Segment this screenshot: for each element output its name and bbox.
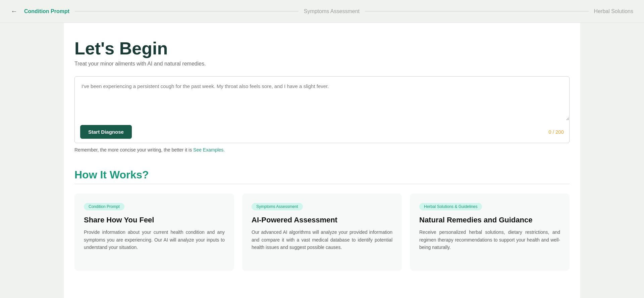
see-examples-link[interactable]: See Examples.: [193, 147, 225, 153]
how-section-divider: [74, 184, 570, 184]
condition-textarea[interactable]: [75, 77, 569, 120]
hint-text-static: Remember, the more concise your writing,…: [74, 147, 192, 153]
nav-label-symptoms-assessment: Symptoms Assessment: [304, 8, 360, 14]
nav-item-herbal-solutions: Herbal Solutions: [594, 8, 633, 14]
card-title-2: Natural Remedies and Guidance: [419, 216, 560, 224]
back-button[interactable]: ←: [11, 7, 17, 15]
how-it-works-title: How It Works?: [74, 169, 570, 181]
card-condition-prompt: Condition Prompt Share How You Feel Prov…: [74, 194, 234, 271]
start-diagnose-button[interactable]: Start Diagnose: [80, 125, 132, 139]
page-subtitle: Treat your minor ailments with AI and na…: [74, 61, 570, 67]
nav-divider-2: [365, 11, 589, 11]
nav-divider-1: [75, 11, 299, 11]
card-badge-2: Herbal Solutions & Guidelines: [419, 203, 482, 210]
main-content: Let's Begin Treat your minor ailments wi…: [64, 23, 580, 298]
card-title-1: AI-Powered Assessment: [252, 216, 392, 224]
card-title-0: Share How You Feel: [84, 216, 225, 224]
card-desc-1: Our advanced AI algorithms will analyze …: [252, 228, 392, 251]
char-counter: 0 / 200: [548, 129, 564, 135]
card-badge-1: Symptoms Assessment: [252, 203, 303, 210]
textarea-footer: Start Diagnose 0 / 200: [75, 122, 569, 143]
nav-label-herbal-solutions: Herbal Solutions: [594, 8, 633, 14]
hint-text: Remember, the more concise your writing,…: [74, 147, 570, 153]
card-desc-0: Provide information about your current h…: [84, 228, 225, 251]
nav-label-condition-prompt: Condition Prompt: [24, 8, 69, 14]
nav-bar: Condition Prompt Symptoms Assessment Her…: [24, 8, 633, 14]
page-title: Let's Begin: [74, 39, 570, 58]
card-desc-2: Receive personalized herbal solutions, d…: [419, 228, 560, 251]
header: ← Condition Prompt Symptoms Assessment H…: [0, 0, 644, 23]
card-symptoms-assessment: Symptoms Assessment AI-Powered Assessmen…: [242, 194, 402, 271]
nav-item-condition-prompt: Condition Prompt: [24, 8, 69, 14]
condition-input-container: Start Diagnose 0 / 200: [74, 76, 570, 143]
card-badge-0: Condition Prompt: [84, 203, 124, 210]
cards-grid: Condition Prompt Share How You Feel Prov…: [74, 194, 570, 271]
card-herbal-solutions: Herbal Solutions & Guidelines Natural Re…: [410, 194, 570, 271]
nav-item-symptoms-assessment: Symptoms Assessment: [304, 8, 360, 14]
